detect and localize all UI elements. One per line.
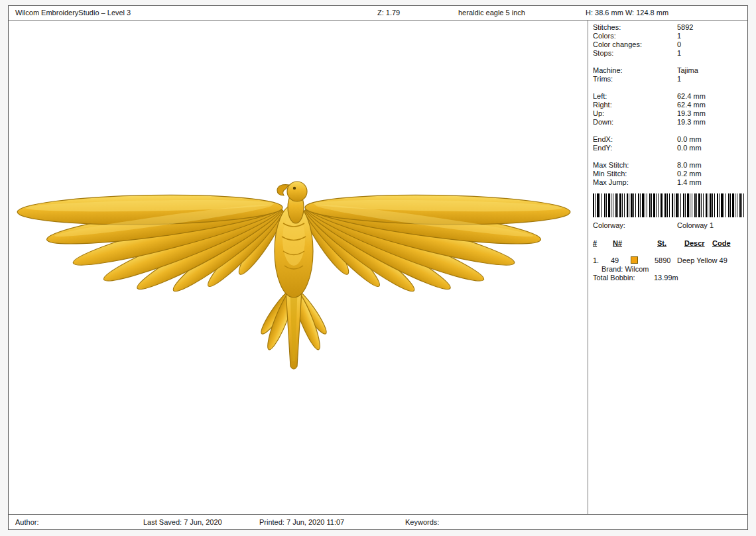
printed-date: Printed: 7 Jun, 2020 11:07 [259,518,344,526]
design-info-panel: Stitches: 5892 Colors: 1 Color changes: … [588,21,747,514]
thread-table-header: # N# St. Descr Code [593,239,745,248]
colorway-row: Colorway: Colorway 1 [593,221,745,230]
print-preview-page: Wilcom EmbroideryStudio – Level 3 Z: 1.7… [8,5,748,530]
stat-color-changes: Color changes: 0 [593,40,745,49]
stat-left: Left: 62.4 mm [593,92,745,101]
stat-trims: Trims: 1 [593,75,745,83]
thread-table-row: 1. 49 5890 Deep Yellow 49 [593,256,745,265]
stat-max-stitch: Max Stitch: 8.0 mm [593,161,745,170]
stat-stops: Stops: 1 [593,49,745,58]
info-header: Wilcom EmbroideryStudio – Level 3 Z: 1.7… [9,6,747,21]
stat-right: Right: 62.4 mm [593,101,745,109]
main-area: Stitches: 5892 Colors: 1 Color changes: … [9,21,747,514]
stat-stitches: Stitches: 5892 [593,23,745,32]
design-name: heraldic eagle 5 inch [458,9,525,17]
info-footer: Author: Last Saved: 7 Jun, 2020 Printed:… [9,514,747,529]
design-canvas [9,21,588,514]
stat-max-jump: Max Jump: 1.4 mm [593,178,745,187]
stat-colors: Colors: 1 [593,32,745,40]
eagle-left-wing [17,193,289,298]
thread-color-swatch [631,256,638,264]
stat-machine: Machine: Tajima [593,66,745,75]
stat-endy: EndY: 0.0 mm [593,144,745,152]
design-dimensions: H: 38.6 mm W: 124.8 mm [586,9,668,17]
last-saved: Last Saved: 7 Jun, 2020 [143,518,222,526]
stat-endx: EndX: 0.0 mm [593,135,745,144]
keywords-label: Keywords: [405,518,439,526]
stat-up: Up: 19.3 mm [593,109,745,118]
total-bobbin-row: Total Bobbin: 13.99m [593,274,745,282]
eagle-right-wing [298,193,570,298]
stat-min-stitch: Min Stitch: 0.2 mm [593,170,745,178]
zoom-level: Z: 1.79 [377,9,400,17]
eagle-embroidery-design [13,177,584,376]
design-barcode [593,193,744,217]
author-label: Author: [15,518,38,526]
thread-brand: Brand: Wilcom [593,265,745,274]
stat-down: Down: 19.3 mm [593,118,745,127]
app-title: Wilcom EmbroideryStudio – Level 3 [15,9,131,17]
